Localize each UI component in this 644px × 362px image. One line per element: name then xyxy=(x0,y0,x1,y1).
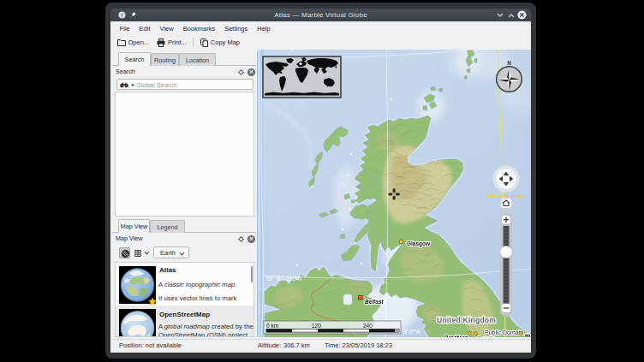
theme-list-scrollbar[interactable] xyxy=(251,266,253,282)
celestial-body-value: Earth xyxy=(160,249,176,257)
search-placeholder: Global Search xyxy=(136,81,177,89)
theme-item-atlas[interactable]: Atlas A classic topographic map. It uses… xyxy=(116,263,253,306)
list-view-icon[interactable] xyxy=(134,250,141,257)
mapview-dock-float-icon[interactable] xyxy=(238,236,244,242)
home-button[interactable] xyxy=(501,199,512,209)
sidebar: Search Routing Location Search xyxy=(112,50,256,337)
atlas-desc-prefix: A xyxy=(158,281,164,288)
menu-view[interactable]: View xyxy=(155,25,178,33)
glasgow-marker[interactable] xyxy=(399,240,403,244)
tab-legend-label: Legend xyxy=(158,223,178,231)
copy-map-label: Copy Map xyxy=(211,39,240,46)
osm-desc-italic: global roadmap xyxy=(164,323,210,330)
compass-n-label: N xyxy=(507,60,511,66)
atlas-desc-italic: classic topographic map. xyxy=(164,281,237,288)
status-altitude-label: Altitude: xyxy=(258,341,281,349)
status-time-label: Time: xyxy=(325,341,340,349)
status-time-value: 23/05/2019 18:23 xyxy=(343,341,392,349)
print-button[interactable]: Print... xyxy=(153,36,191,49)
toolbar-separator xyxy=(193,38,194,47)
sidebar-top-tabs: Search Routing Location xyxy=(112,51,256,66)
latitude-label: 55° 00' 00.0"N xyxy=(266,276,302,282)
window-content: File Edit View Bookmarks Settings Help O… xyxy=(110,21,531,353)
copy-icon xyxy=(200,39,208,47)
minimize-icon[interactable] xyxy=(497,13,504,18)
menu-bar: File Edit View Bookmarks Settings Help xyxy=(110,21,531,35)
lough-neagh xyxy=(343,294,352,305)
status-time: Time: 23/05/2019 18:23 xyxy=(325,341,392,349)
map-theme-list: Atlas A classic topographic map. It uses… xyxy=(115,262,254,337)
tab-routing[interactable]: Routing xyxy=(151,53,179,66)
tool-bar: Open... Print... Copy Map xyxy=(110,35,531,50)
map-canvas[interactable]: 55° 00' 00.0"N 00.0"W Glasgow Belfast Un… xyxy=(257,50,531,337)
close-icon[interactable] xyxy=(516,9,528,21)
title-bar[interactable]: Atlas — Marble Virtual Globe xyxy=(110,9,531,21)
celestial-body-combo[interactable]: Earth xyxy=(153,246,189,258)
scale-mid-label: 120 xyxy=(312,323,321,329)
open-button[interactable]: Open... xyxy=(113,36,153,49)
zoom-slider-handle[interactable] xyxy=(500,246,512,258)
tab-search-label: Search xyxy=(125,56,145,63)
tab-location-label: Location xyxy=(186,56,209,64)
tab-location[interactable]: Location xyxy=(179,53,216,66)
mapview-dock-close-icon[interactable] xyxy=(247,235,255,243)
leeds-label: Leeds xyxy=(479,335,495,337)
search-input[interactable]: Global Search xyxy=(116,79,253,91)
bradford-label: Bradford xyxy=(444,335,468,337)
hull-label: Hull xyxy=(525,333,531,337)
tab-map-view[interactable]: Map View xyxy=(118,219,150,233)
combo-dropdown-icon xyxy=(179,252,185,256)
theme-title-atlas: Atlas xyxy=(159,266,176,274)
united-kingdom-label: United Kingdom xyxy=(437,316,496,324)
mapview-dock-title: Map View xyxy=(116,234,142,242)
search-dock-float-icon[interactable] xyxy=(238,69,244,75)
navigation-control[interactable] xyxy=(493,166,520,193)
belfast-marker[interactable] xyxy=(359,296,363,300)
bradford-marker[interactable] xyxy=(468,332,471,335)
search-dock-close-icon[interactable] xyxy=(247,68,255,76)
menu-bookmarks[interactable]: Bookmarks xyxy=(178,25,220,33)
scale-zero-label: 0 km xyxy=(266,323,278,329)
overview-map[interactable] xyxy=(263,56,341,98)
theme-item-osm[interactable]: OpenStreetMap A global roadmap created b… xyxy=(116,306,253,337)
prime-meridian-label: Prime Meridian xyxy=(487,193,524,199)
globe-icon xyxy=(120,248,131,259)
belfast-label: Belfast xyxy=(365,299,385,305)
menu-edit[interactable]: Edit xyxy=(134,25,155,33)
leeds-marker[interactable] xyxy=(474,332,478,335)
open-label: Open... xyxy=(128,39,150,46)
window-title: Atlas — Marble Virtual Globe xyxy=(110,11,531,19)
search-dropdown-icon[interactable] xyxy=(130,84,135,87)
binoculars-icon xyxy=(120,81,128,88)
maximize-icon[interactable] xyxy=(508,13,515,18)
scale-bar: 0 km 120 240 xyxy=(264,321,401,334)
glasgow-label: Glasgow xyxy=(407,240,431,247)
osm-thumbnail xyxy=(119,309,156,338)
favorite-star-icon xyxy=(148,297,157,306)
sidebar-bottom-tabs: Map View Legend xyxy=(112,218,256,233)
osm-desc-prefix: A xyxy=(158,323,164,330)
printer-icon xyxy=(157,39,165,47)
osm-desc-line2: OpenStreetMap (OSM) project. xyxy=(158,331,249,337)
tab-map-view-label: Map View xyxy=(121,223,147,230)
app-window: Atlas — Marble Virtual Globe File Edit V… xyxy=(105,3,536,359)
tab-search[interactable]: Search xyxy=(118,52,151,66)
menu-help[interactable]: Help xyxy=(253,25,275,33)
scale-max-label: 240 xyxy=(363,323,373,329)
zoom-slider[interactable] xyxy=(500,212,512,317)
hull-marker[interactable] xyxy=(519,332,522,335)
search-results-list[interactable] xyxy=(115,92,254,217)
print-label: Print... xyxy=(168,39,187,46)
list-view-dropdown-icon[interactable] xyxy=(144,251,150,255)
tab-routing-label: Routing xyxy=(154,56,176,64)
longitude-label: 00.0"W xyxy=(402,329,421,335)
tab-legend[interactable]: Legend xyxy=(150,220,185,233)
search-dock-title: Search xyxy=(116,68,135,75)
status-position: Position: not available xyxy=(119,341,182,349)
menu-file[interactable]: File xyxy=(115,25,134,33)
folder-icon xyxy=(117,39,126,46)
public-domain-label: Public Domain xyxy=(485,329,523,335)
copy-map-button[interactable]: Copy Map xyxy=(196,36,243,49)
globe-projection-button[interactable] xyxy=(119,247,130,258)
menu-settings[interactable]: Settings xyxy=(220,25,253,33)
